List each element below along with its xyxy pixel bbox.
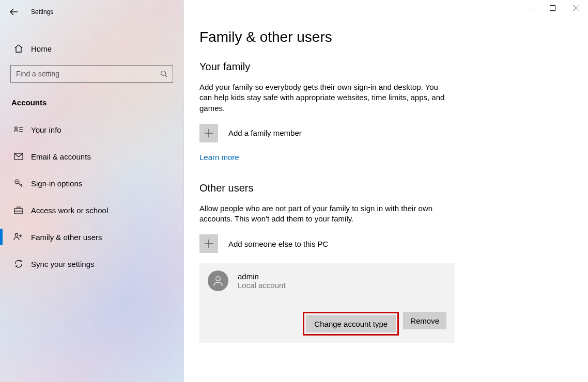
svg-point-8	[17, 181, 18, 182]
user-info: admin Local account	[238, 272, 286, 290]
nav-label: Email & accounts	[31, 152, 91, 161]
svg-line-10	[21, 184, 22, 185]
svg-point-24	[216, 277, 220, 281]
page-title: Family & other users	[199, 29, 458, 45]
plus-tile	[199, 234, 218, 253]
close-button[interactable]	[564, 0, 588, 15]
home-label: Home	[31, 44, 52, 53]
plus-icon	[204, 129, 213, 138]
avatar	[208, 270, 228, 291]
user-name: admin	[238, 272, 286, 281]
back-button[interactable]	[6, 4, 22, 20]
window-title: Settings	[31, 8, 53, 15]
person-card-icon	[13, 125, 24, 134]
nav-label: Access work or school	[31, 206, 108, 215]
arrow-left-icon	[10, 8, 18, 16]
remove-button[interactable]: Remove	[403, 312, 446, 329]
svg-line-9	[19, 183, 22, 187]
people-plus-icon	[13, 232, 24, 242]
search-container	[10, 65, 173, 83]
nav-email-accounts[interactable]: Email & accounts	[0, 143, 183, 170]
search-input[interactable]	[11, 70, 155, 78]
learn-more-link[interactable]: Learn more	[199, 153, 239, 162]
sync-icon	[13, 259, 24, 268]
add-other-label: Add someone else to this PC	[228, 240, 328, 248]
family-heading: Your family	[199, 61, 458, 73]
search-icon	[155, 70, 173, 78]
user-header: admin Local account	[208, 270, 446, 291]
nav-label: Sign-in options	[31, 179, 82, 188]
family-description: Add your family so everybody gets their …	[199, 82, 447, 114]
nav-your-info[interactable]: Your info	[0, 116, 183, 143]
briefcase-icon	[13, 206, 24, 214]
plus-tile	[199, 124, 218, 142]
close-icon	[574, 5, 579, 11]
nav-sync-settings[interactable]: Sync your settings	[0, 250, 183, 277]
add-family-label: Add a family member	[228, 129, 302, 137]
svg-line-1	[165, 75, 167, 77]
add-other-user[interactable]: Add someone else to this PC	[199, 234, 458, 253]
content-area: Family & other users Your family Add you…	[184, 0, 473, 343]
main-panel: Family & other users Your family Add you…	[184, 0, 588, 382]
nav-family-other-users[interactable]: Family & other users	[0, 224, 183, 250]
envelope-icon	[13, 153, 24, 160]
maximize-icon	[550, 5, 555, 11]
highlight-box: Change account type	[303, 312, 399, 336]
nav-list: Your info Email & accounts Sign-in optio…	[0, 116, 183, 277]
other-users-description: Allow people who are not part of your fa…	[199, 203, 447, 225]
change-account-type-button[interactable]: Change account type	[306, 315, 396, 332]
minimize-icon	[526, 5, 532, 11]
user-card[interactable]: admin Local account Change account type …	[199, 263, 455, 343]
category-heading: Accounts	[11, 98, 183, 107]
nav-signin-options[interactable]: Sign-in options	[0, 170, 183, 197]
svg-point-0	[161, 71, 165, 75]
other-users-heading: Other users	[199, 182, 458, 194]
search-box[interactable]	[10, 65, 173, 83]
svg-point-13	[15, 233, 18, 236]
svg-rect-17	[550, 5, 555, 10]
home-icon	[13, 44, 24, 53]
window-controls	[517, 0, 588, 15]
add-family-member[interactable]: Add a family member	[199, 124, 458, 142]
key-icon	[13, 179, 24, 188]
plus-icon	[204, 239, 213, 248]
home-nav[interactable]: Home	[0, 35, 183, 62]
person-icon	[212, 275, 224, 287]
sidebar: Settings Home Accounts Your info Email &…	[0, 0, 184, 382]
nav-label: Family & other users	[31, 233, 102, 242]
minimize-button[interactable]	[517, 0, 540, 15]
titlebar: Settings	[0, 3, 183, 21]
nav-label: Your info	[31, 125, 61, 134]
nav-access-work-school[interactable]: Access work or school	[0, 197, 183, 224]
nav-label: Sync your settings	[31, 260, 95, 268]
user-actions: Change account type Remove	[208, 312, 446, 336]
user-type: Local account	[238, 281, 286, 290]
maximize-button[interactable]	[540, 0, 564, 15]
svg-point-2	[15, 127, 18, 130]
